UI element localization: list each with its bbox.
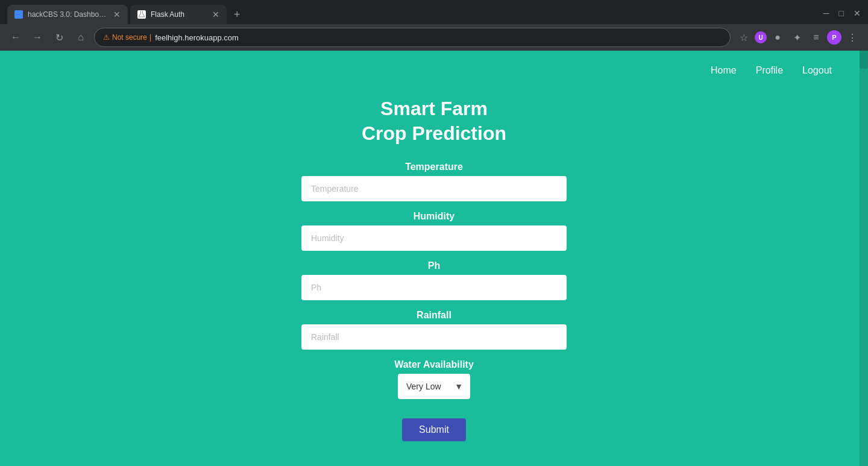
water-availability-select[interactable]: Very Low Low Medium High Very High [398,374,470,399]
nav-home-link[interactable]: Home [711,65,737,76]
rainfall-input[interactable] [301,324,567,350]
media-icon[interactable]: ≡ [808,29,825,46]
tab1-favicon [14,10,23,19]
water-availability-select-container: Very Low Low Medium High Very High ▼ [398,374,470,399]
browser-tab-1[interactable]: hackCBS 3.0: Dashboard | Devfo... ✕ [7,5,128,24]
security-warning-icon: ⚠ Not secure | [103,33,151,42]
tab2-close-icon[interactable]: ✕ [212,10,219,19]
minimize-icon[interactable]: ─ [823,9,829,17]
prediction-form: Temperature Humidity Ph Rainfall Water A… [301,162,567,441]
main-content: Smart Farm Crop Prediction Temperature H… [0,86,868,465]
page-content: Home Profile Logout Smart Farm Crop Pred… [0,51,868,466]
navigation-bar: Home Profile Logout [0,51,868,86]
menu-icon[interactable]: ⋮ [844,29,861,46]
water-availability-field-group: Water Availability Very Low Low Medium H… [301,359,567,399]
window-controls: ─ □ ✕ [823,9,861,20]
submit-button[interactable]: Submit [402,418,466,441]
tab1-close-icon[interactable]: ✕ [113,10,121,19]
reload-button[interactable]: ↻ [51,29,68,46]
ph-label: Ph [301,260,567,271]
temperature-field-group: Temperature [301,162,567,201]
extension-icon-1[interactable]: U [755,31,767,43]
scrollbar[interactable] [860,51,868,466]
rainfall-label: Rainfall [301,310,567,321]
close-icon[interactable]: ✕ [854,9,861,17]
extension-icon-2[interactable]: ● [769,29,786,46]
humidity-label: Humidity [301,211,567,222]
nav-logout-link[interactable]: Logout [802,65,832,76]
page-title-smart-farm: Smart Farm [380,98,488,120]
address-bar[interactable]: ⚠ Not secure | feelhigh.herokuapp.com [94,28,731,47]
browser-tab-2[interactable]: Flask Auth ✕ [130,5,227,24]
forward-button[interactable]: → [29,29,46,46]
rainfall-field-group: Rainfall [301,310,567,350]
tab2-favicon [137,10,146,19]
back-button[interactable]: ← [7,29,24,46]
browser-chrome: hackCBS 3.0: Dashboard | Devfo... ✕ Flas… [0,0,868,51]
water-availability-select-wrapper: Very Low Low Medium High Very High ▼ [301,374,567,399]
temperature-input[interactable] [301,176,567,201]
profile-avatar[interactable]: P [827,30,841,45]
security-label: Not secure [112,33,147,42]
tab2-title: Flask Auth [151,10,207,19]
browser-titlebar: hackCBS 3.0: Dashboard | Devfo... ✕ Flas… [0,0,868,24]
url-display: feelhigh.herokuapp.com [155,33,722,42]
humidity-field-group: Humidity [301,211,567,251]
browser-toolbar: ← → ↻ ⌂ ⚠ Not secure | feelhigh.herokuap… [0,24,868,51]
new-tab-button[interactable]: + [229,6,245,24]
water-availability-label: Water Availability [301,359,567,370]
humidity-input[interactable] [301,225,567,251]
toolbar-actions: ☆ U ● ✦ ≡ P ⋮ [735,29,861,46]
ph-input[interactable] [301,275,567,300]
tab1-title: hackCBS 3.0: Dashboard | Devfo... [28,10,108,19]
temperature-label: Temperature [301,162,567,172]
home-button[interactable]: ⌂ [72,29,89,46]
page-title-crop-prediction: Crop Prediction [362,122,506,145]
bookmark-star-icon[interactable]: ☆ [735,29,752,46]
ph-field-group: Ph [301,260,567,300]
scrollbar-thumb [860,51,868,69]
extension-icon-3[interactable]: ✦ [788,29,805,46]
nav-profile-link[interactable]: Profile [756,65,783,76]
maximize-icon[interactable]: □ [839,9,844,17]
